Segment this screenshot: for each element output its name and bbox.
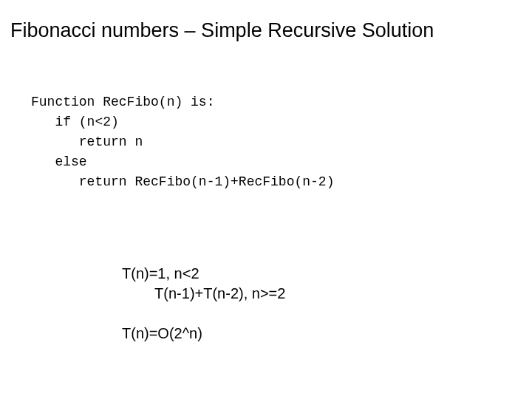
complexity-block: T(n)=1, n<2 T(n-1)+T(n-2), n>=2 T(n)=O(2… bbox=[122, 244, 285, 344]
code-line: Function RecFibo(n) is: bbox=[31, 95, 214, 109]
complexity-line: T(n-1)+T(n-2), n>=2 bbox=[122, 285, 285, 301]
slide-title: Fibonacci numbers – Simple Recursive Sol… bbox=[10, 19, 434, 42]
complexity-line: T(n)=O(2^n) bbox=[122, 325, 202, 341]
code-line: if (n<2) bbox=[31, 115, 119, 129]
code-line: return n bbox=[31, 134, 143, 149]
pseudocode-block: Function RecFibo(n) is: if (n<2) return … bbox=[31, 72, 334, 192]
code-line: return RecFibo(n-1)+RecFibo(n-2) bbox=[31, 174, 334, 189]
code-line: else bbox=[31, 154, 87, 169]
complexity-line: T(n)=1, n<2 bbox=[122, 265, 200, 282]
